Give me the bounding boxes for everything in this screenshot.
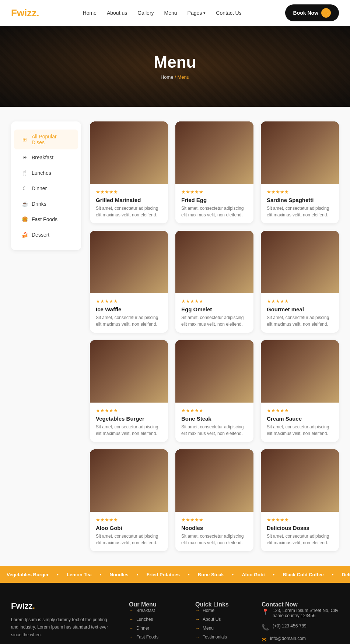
food-card-stars: ★★★★★	[267, 298, 333, 304]
food-card-body: ★★★★★ Egg Omelet Sit amet, consectetur a…	[175, 293, 253, 333]
food-card-body: ★★★★★ Delicious Dosas Sit amet, consecte…	[261, 512, 339, 551]
footer-menu-link-dinner[interactable]: →Dinner	[129, 626, 181, 631]
ticker-dot: ●	[273, 573, 275, 576]
sidebar-item-lunches[interactable]: 🍴 Lunches	[14, 166, 78, 180]
footer-quick-link-about-us[interactable]: →About Us	[195, 617, 247, 622]
sidebar-item-dessert[interactable]: 🍰 Dessert	[14, 227, 78, 242]
contact-email: ✉ info@domain.com	[262, 636, 339, 643]
food-card-body: ★★★★★ Gourmet meal Sit amet, consectetur…	[261, 293, 339, 333]
food-card[interactable]: ★★★★★ Aloo Gobi Sit amet, consectetur ad…	[90, 449, 168, 551]
food-card-image	[261, 340, 339, 403]
food-card-title: Fried Egg	[181, 197, 248, 203]
footer-quick-link-home[interactable]: →Home	[195, 608, 247, 613]
contact-phone: 📞 (+0) 123 456 789	[262, 623, 339, 631]
ticker-item: Fried Potatoes	[140, 572, 186, 577]
food-card-desc: Sit amet, consectetur adipiscing elit ma…	[181, 533, 248, 546]
arrow-icon: →	[129, 626, 133, 631]
food-card-image	[175, 121, 253, 184]
ticker-bar: Vegetables Burger●Lemon Tea●Noodles●Frie…	[0, 566, 350, 583]
food-card-stars: ★★★★★	[181, 517, 248, 523]
food-card-stars: ★★★★★	[96, 408, 162, 413]
book-now-button[interactable]: Book Now →	[285, 4, 339, 21]
breadcrumb-home[interactable]: Home	[161, 74, 174, 80]
food-card[interactable]: ★★★★★ Grilled Marinated Sit amet, consec…	[90, 121, 168, 223]
footer-menu-link-lunches[interactable]: →Lunches	[129, 617, 181, 622]
ticker-dot: ●	[188, 573, 190, 576]
location-icon: 📍	[262, 608, 269, 618]
hero-section: Menu Home / Menu	[0, 26, 350, 107]
sun-icon: ☀	[21, 154, 28, 161]
sidebar-item-drinks[interactable]: ☕ Drinks	[14, 197, 78, 211]
food-card-stars: ★★★★★	[267, 189, 333, 195]
food-card[interactable]: ★★★★★ Gourmet meal Sit amet, consectetur…	[261, 231, 339, 333]
sidebar-item-label: Drinks	[32, 201, 46, 207]
cup-icon: ☕	[21, 201, 28, 207]
nav-contact[interactable]: Contact Us	[216, 10, 241, 16]
food-card[interactable]: ★★★★★ Bone Steak Sit amet, consectetur a…	[175, 340, 253, 442]
brand-logo[interactable]: Fwizz.	[11, 7, 39, 19]
food-card-desc: Sit amet, consectetur adipiscing elit ma…	[181, 205, 248, 218]
sidebar-item-breakfast[interactable]: ☀ Breakfast	[14, 150, 78, 165]
ticker-item: Black Cold Coffee	[276, 572, 330, 577]
sidebar: ⊞ All Popular Dises ☀ Breakfast 🍴 Lunche…	[11, 121, 81, 250]
food-card-image	[261, 231, 339, 293]
footer-logo: Fwizz.	[11, 601, 114, 611]
footer-quick-link-menu[interactable]: →Menu	[195, 626, 247, 631]
food-card-body: ★★★★★ Fried Egg Sit amet, consectetur ad…	[175, 184, 253, 223]
chevron-down-icon: ▾	[203, 11, 206, 15]
main-section: ⊞ All Popular Dises ☀ Breakfast 🍴 Lunche…	[0, 107, 350, 566]
sidebar-item-fast-foods[interactable]: 🍔 Fast Foods	[14, 212, 78, 227]
arrow-icon: →	[195, 626, 200, 631]
food-card-title: Sardine Spaghetti	[267, 197, 333, 203]
sidebar-item-label: Lunches	[32, 170, 51, 176]
nav-gallery[interactable]: Gallery	[137, 10, 154, 16]
food-card-desc: Sit amet, consectetur adipiscing elit ma…	[267, 205, 333, 218]
ticker-dot: ●	[137, 573, 139, 576]
nav-menu[interactable]: Menu	[164, 10, 177, 16]
sidebar-item-dinner[interactable]: ☾ Dinner	[14, 181, 78, 196]
food-card[interactable]: ★★★★★ Sardine Spaghetti Sit amet, consec…	[261, 121, 339, 223]
footer-menu-link-breakfast[interactable]: →Breakfast	[129, 608, 181, 613]
arrow-icon: →	[129, 634, 133, 640]
nav-about[interactable]: About us	[107, 10, 127, 16]
nav-home[interactable]: Home	[83, 10, 97, 16]
footer-menu-link-fast foods[interactable]: →Fast Foods	[129, 634, 181, 640]
contact-address: 📍 123, Lorem Ipsum Street No, City name …	[262, 608, 339, 618]
grid-icon: ⊞	[21, 136, 28, 143]
food-card-title: Cream Sauce	[267, 415, 333, 422]
food-card-body: ★★★★★ Cream Sauce Sit amet, consectetur …	[261, 403, 339, 442]
phone-icon: 📞	[262, 624, 269, 631]
ticker-inner: Vegetables Burger●Lemon Tea●Noodles●Frie…	[0, 571, 350, 578]
burger-icon: 🍔	[21, 216, 28, 223]
food-card-image	[261, 449, 339, 512]
food-card-body: ★★★★★ Ice Waffle Sit amet, consectetur a…	[90, 293, 168, 333]
sidebar-item-all-popular-dises[interactable]: ⊞ All Popular Dises	[14, 130, 78, 149]
food-card[interactable]: ★★★★★ Fried Egg Sit amet, consectetur ad…	[175, 121, 253, 223]
footer: Fwizz. Lorem Ipsum is simply dummy text …	[0, 583, 350, 644]
food-card-stars: ★★★★★	[181, 189, 248, 195]
food-card[interactable]: ★★★★★ Noodles Sit amet, consectetur adip…	[175, 449, 253, 551]
sidebar-item-label: All Popular Dises	[32, 134, 71, 145]
food-card[interactable]: ★★★★★ Delicious Dosas Sit amet, consecte…	[261, 449, 339, 551]
footer-contact-title: Contact Now	[262, 601, 339, 608]
food-card[interactable]: ★★★★★ Ice Waffle Sit amet, consectetur a…	[90, 231, 168, 333]
food-card-title: Egg Omelet	[181, 306, 248, 312]
food-card-image	[175, 231, 253, 293]
food-card-image	[90, 231, 168, 293]
navbar: Fwizz. Home About us Gallery Menu Pages …	[0, 0, 350, 26]
ticker-item: Aloo Gobi	[235, 572, 271, 577]
food-card[interactable]: ★★★★★ Cream Sauce Sit amet, consectetur …	[261, 340, 339, 442]
ticker-item: Lemon Tea	[60, 572, 98, 577]
food-card-body: ★★★★★ Sardine Spaghetti Sit amet, consec…	[261, 184, 339, 223]
food-card-desc: Sit amet, consectetur adipiscing elit ma…	[181, 314, 248, 328]
ticker-item: Vegetables Burger	[0, 572, 55, 577]
food-card[interactable]: ★★★★★ Vegetables Burger Sit amet, consec…	[90, 340, 168, 442]
email-icon: ✉	[262, 636, 266, 643]
sidebar-item-label: Fast Foods	[32, 216, 57, 222]
food-card[interactable]: ★★★★★ Egg Omelet Sit amet, consectetur a…	[175, 231, 253, 333]
footer-quick-link-testimonials[interactable]: →Testimonials	[195, 634, 247, 640]
food-card-title: Bone Steak	[181, 415, 248, 422]
nav-pages[interactable]: Pages ▾	[188, 10, 206, 16]
arrow-icon: →	[321, 8, 331, 18]
ticker-item: Delicious Dosas	[335, 572, 350, 577]
